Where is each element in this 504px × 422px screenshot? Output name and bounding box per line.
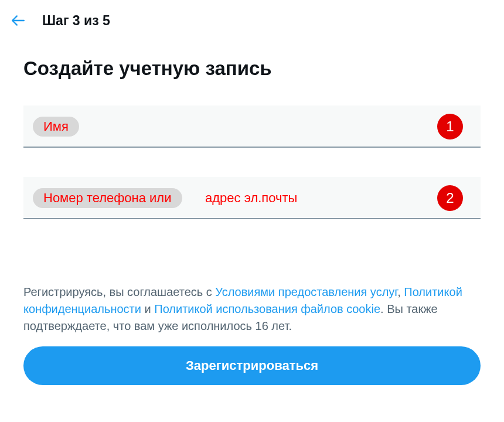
disclaimer-start: Регистрируясь, вы соглашаетесь с (23, 285, 215, 298)
annotation-badge-2: 2 (437, 185, 463, 211)
register-button[interactable]: Зарегистрироваться (23, 346, 481, 385)
name-input-row: Имя 1 (23, 106, 481, 148)
terms-link[interactable]: Условиями предоставления услуг (215, 285, 397, 298)
contact-input[interactable] (23, 177, 481, 219)
page-title: Создайте учетную запись (23, 57, 481, 80)
back-arrow-icon[interactable] (8, 11, 28, 30)
disclaimer-text: Регистрируясь, вы соглашаетесь с Условия… (23, 284, 481, 335)
contact-input-row: Номер телефона или адрес эл.почты 2 (23, 177, 481, 219)
annotation-badge-1: 1 (437, 114, 463, 139)
content: Создайте учетную запись Имя 1 Номер теле… (0, 57, 504, 385)
name-input[interactable] (23, 106, 481, 148)
disclaimer-sep2: и (141, 302, 154, 315)
step-indicator: Шаг 3 из 5 (42, 13, 110, 29)
disclaimer-sep1: , (397, 285, 404, 298)
cookie-link[interactable]: Политикой использования файлов cookie (154, 302, 380, 315)
header: Шаг 3 из 5 (0, 0, 504, 41)
